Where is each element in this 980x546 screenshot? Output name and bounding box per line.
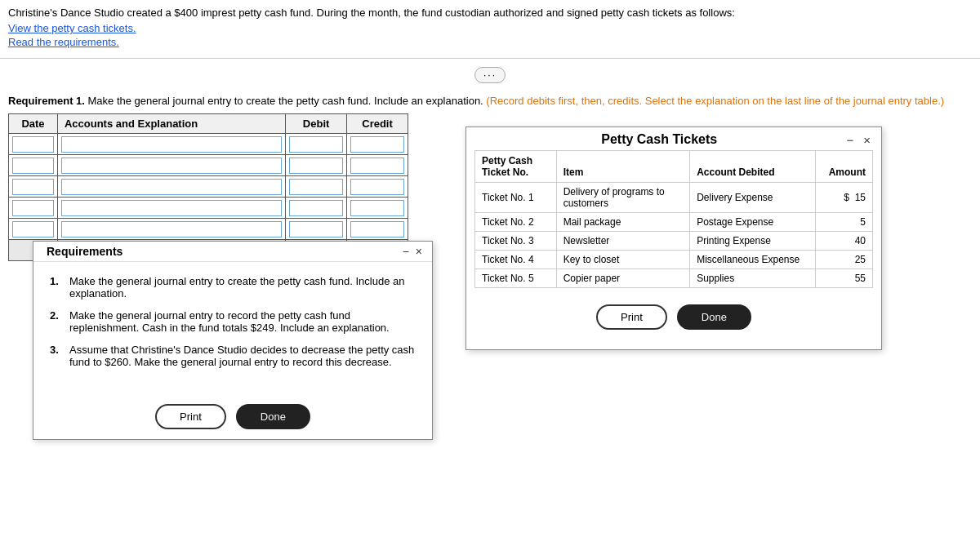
requirements-print-button[interactable]: Print — [155, 404, 226, 429]
account-cell — [57, 155, 285, 176]
table-row — [9, 176, 408, 198]
account-cell — [57, 134, 285, 155]
account-input-5[interactable] — [61, 221, 282, 237]
view-petty-cash-link[interactable]: View the petty cash tickets. — [8, 22, 972, 34]
date-input-5[interactable] — [12, 221, 54, 237]
requirements-close-btn[interactable]: × — [412, 245, 425, 258]
list-item: 1. Make the general journal entry to cre… — [50, 275, 416, 300]
account-input-3[interactable] — [61, 179, 282, 195]
credit-input-4[interactable] — [350, 200, 404, 216]
petty-cash-popup: Petty Cash Tickets − × Petty Cash Ticket… — [466, 127, 882, 350]
credit-cell — [347, 198, 408, 219]
requirement-bold: Requirement 1. — [8, 95, 85, 107]
debit-input-5[interactable] — [289, 221, 343, 237]
requirements-content: 1. Make the general journal entry to cre… — [33, 262, 432, 391]
debit-input-4[interactable] — [289, 200, 343, 216]
debit-cell — [286, 155, 347, 176]
credit-cell — [347, 176, 408, 198]
requirement-label: Requirement 1. Make the general journal … — [8, 95, 972, 107]
date-cell — [9, 134, 58, 155]
ticket-no-cell: Ticket No. 1 — [475, 183, 557, 213]
table-row: Ticket No. 1 Delivery of programs to cus… — [475, 183, 873, 213]
req-num-3: 3. — [50, 344, 63, 368]
requirements-title: Requirements — [40, 245, 399, 258]
debit-input-3[interactable] — [289, 179, 343, 195]
petty-cash-minimize-btn[interactable]: − — [844, 133, 856, 147]
collapse-button[interactable]: ··· — [474, 67, 506, 83]
debit-cell — [286, 134, 347, 155]
date-cell — [9, 198, 58, 219]
credit-input-1[interactable] — [350, 136, 404, 153]
date-input-3[interactable] — [12, 179, 54, 195]
credit-cell — [347, 219, 408, 240]
account-debited-cell: Miscellaneous Expense — [690, 251, 816, 269]
account-debited-cell: Supplies — [690, 269, 816, 288]
col-header-accounts: Accounts and Explanation — [57, 114, 285, 134]
amount-cell: 5 — [816, 213, 873, 232]
req-num-2: 2. — [50, 309, 63, 334]
debit-input-1[interactable] — [289, 136, 343, 153]
req-text-2: Make the general journal entry to record… — [69, 309, 416, 334]
col-header-credit: Credit — [347, 114, 408, 134]
table-row — [9, 198, 408, 219]
ticket-no-cell: Ticket No. 4 — [475, 251, 557, 269]
item-cell: Copier paper — [556, 269, 689, 288]
req-num-1: 1. — [50, 275, 63, 300]
ticket-no-cell: Ticket No. 5 — [475, 269, 557, 288]
credit-cell — [347, 134, 408, 155]
date-cell — [9, 155, 58, 176]
credit-input-3[interactable] — [350, 179, 404, 195]
table-row — [9, 219, 408, 240]
table-row — [9, 134, 408, 155]
header-description: Christine's Dance Studio created a $400 … — [8, 7, 972, 19]
requirements-buttons: Print Done — [33, 391, 432, 439]
petty-cash-done-button[interactable]: Done — [677, 304, 751, 330]
table-row: Ticket No. 3 Newsletter Printing Expense… — [475, 232, 873, 251]
amount-cell: 25 — [816, 251, 873, 269]
table-row — [9, 155, 408, 176]
credit-input-5[interactable] — [350, 221, 404, 237]
requirements-list: 1. Make the general journal entry to cre… — [50, 275, 416, 368]
account-input-2[interactable] — [61, 158, 282, 174]
date-input-2[interactable] — [12, 158, 54, 174]
requirements-titlebar: Requirements − × — [33, 242, 432, 262]
petty-cash-title: Petty Cash Tickets — [474, 132, 844, 147]
petty-cash-titlebar: Petty Cash Tickets − × — [466, 127, 881, 150]
account-cell — [57, 219, 285, 240]
list-item: 3. Assume that Christine's Dance Studio … — [50, 344, 416, 368]
date-cell — [9, 219, 58, 240]
petty-cash-close-btn[interactable]: × — [861, 133, 873, 147]
account-input-1[interactable] — [61, 136, 282, 153]
account-debited-cell: Delivery Expense — [690, 183, 816, 213]
item-cell: Mail package — [556, 213, 689, 232]
credit-cell — [347, 155, 408, 176]
credit-input-2[interactable] — [350, 158, 404, 174]
req-text-3: Assume that Christine's Dance Studio dec… — [69, 344, 416, 368]
col-header-amount: Amount — [816, 151, 873, 183]
date-cell — [9, 176, 58, 198]
petty-cash-buttons: Print Done — [466, 288, 881, 333]
requirements-done-button[interactable]: Done — [236, 404, 310, 429]
account-input-4[interactable] — [61, 200, 282, 216]
col-header-account-debited: Account Debited — [690, 151, 816, 183]
account-debited-cell: Postage Expense — [690, 213, 816, 232]
table-row: Ticket No. 2 Mail package Postage Expens… — [475, 213, 873, 232]
list-item: 2. Make the general journal entry to rec… — [50, 309, 416, 334]
item-cell: Delivery of programs to customers — [556, 183, 689, 213]
date-input-1[interactable] — [12, 136, 54, 153]
debit-input-2[interactable] — [289, 158, 343, 174]
ticket-no-cell: Ticket No. 2 — [475, 213, 557, 232]
requirements-minimize-btn[interactable]: − — [399, 245, 412, 258]
date-input-4[interactable] — [12, 200, 54, 216]
journal-table: Date Accounts and Explanation Debit Cred… — [8, 113, 408, 261]
debit-cell — [286, 176, 347, 198]
read-requirements-link[interactable]: Read the requirements. — [8, 36, 972, 48]
req-text-1: Make the general journal entry to create… — [69, 275, 416, 300]
header-section: Christine's Dance Studio created a $400 … — [0, 0, 980, 59]
requirement-orange: (Record debits first, then, credits. Sel… — [486, 95, 944, 107]
amount-cell: $ 15 — [816, 183, 873, 213]
item-cell: Key to closet — [556, 251, 689, 269]
petty-cash-print-button[interactable]: Print — [596, 304, 667, 330]
account-cell — [57, 176, 285, 198]
item-cell: Newsletter — [556, 232, 689, 251]
